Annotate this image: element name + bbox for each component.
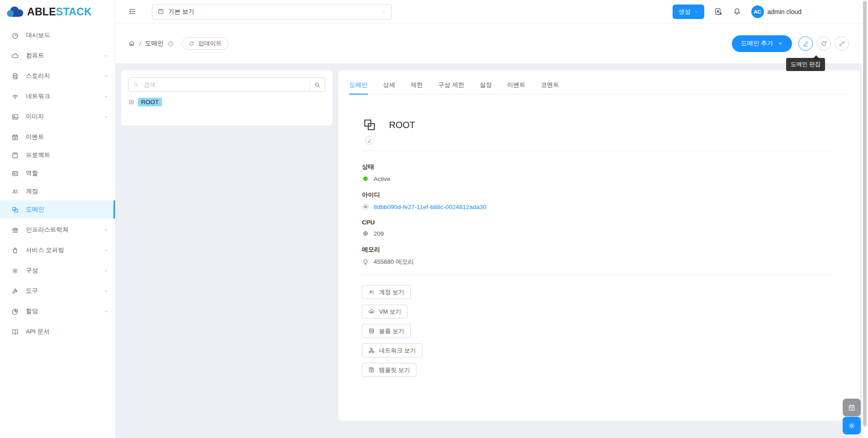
idcard-icon [11, 170, 19, 177]
domain-icon [11, 206, 19, 214]
action-button[interactable]: VM 보기 [362, 305, 408, 319]
user-menu[interactable]: AC admin cloud [751, 5, 802, 18]
edit-pencil-icon [802, 40, 809, 47]
sidebar-item[interactable]: 역할 [0, 164, 115, 182]
help-question-icon[interactable] [167, 40, 174, 47]
refresh-button[interactable] [816, 36, 831, 51]
search-button[interactable] [309, 78, 325, 91]
search-icon [133, 81, 139, 88]
barcode-icon [362, 203, 369, 210]
sidebar-item[interactable]: API 문서 [0, 323, 115, 341]
sidebar-item[interactable]: 인프라스트럭쳐 [0, 221, 115, 239]
chevron-down-icon [104, 228, 109, 233]
chevron-down-icon [104, 94, 109, 99]
sidebar-item[interactable]: 컴퓨트 [0, 47, 115, 65]
sidebar-item[interactable]: 이벤트 [0, 128, 115, 146]
domain-detail-card: 도메인상세제한구성 제한설정이벤트코멘트 ROOT [338, 70, 860, 421]
tab[interactable]: 설정 [479, 77, 492, 94]
edit-name-button[interactable] [365, 136, 374, 145]
wrench-icon [11, 287, 19, 295]
sidebar-item-label: 구성 [26, 267, 97, 275]
project-icon [11, 152, 19, 159]
page-scrollbar[interactable] [862, 0, 868, 438]
sidebar-item-label: 이미지 [26, 113, 97, 121]
chevron-down-icon [381, 9, 386, 14]
chevron-down-icon [104, 114, 109, 119]
header-actions: 생성 AC admin cloud [673, 5, 802, 19]
sidebar-item[interactable]: 구성 [0, 262, 115, 280]
field-value-row: 209 [362, 230, 833, 237]
field-value: 455680 메모리 [374, 258, 414, 266]
tab[interactable]: 도메인 [349, 77, 368, 94]
plus-icon [778, 41, 783, 46]
tree-node-root[interactable]: ROOT [138, 98, 162, 106]
field-value-row: 8dbb090d-fe27-11ef-b88c-0024812ada30 [362, 203, 833, 210]
sidebar-item-label: 도구 [26, 287, 97, 295]
brand-text-stack: STACK [56, 6, 92, 18]
sidebar-item[interactable]: 계정 [0, 182, 115, 200]
bag-icon [11, 247, 19, 254]
brand-logo[interactable]: ABLESTACK [0, 0, 115, 24]
document-add-icon[interactable] [714, 7, 723, 16]
sidebar-item-label: 대시보드 [26, 31, 97, 39]
action-button[interactable]: 계정 보기 [362, 285, 411, 299]
sidebar-item-label: 도메인 [26, 205, 97, 214]
detail-field: 아이디 8dbb090d-fe27-11ef-b88c-0024812ada30 [362, 191, 833, 210]
notification-bell-icon[interactable] [733, 7, 741, 16]
action-button[interactable]: 템플릿 보기 [362, 363, 417, 377]
action-button[interactable]: 볼륨 보기 [362, 324, 411, 338]
detail-body: ROOT 상태 Active 아이디 [349, 95, 849, 382]
action-button-label: 볼륨 보기 [379, 327, 404, 335]
sidebar-item[interactable]: 서비스 오퍼링 [0, 241, 115, 259]
image-icon [11, 113, 19, 121]
settings-button[interactable] [843, 417, 861, 434]
tab[interactable]: 제한 [411, 77, 423, 94]
tree-expand-icon[interactable] [128, 99, 134, 105]
link-button[interactable] [835, 36, 849, 51]
bulb-icon [362, 258, 369, 266]
sidebar-item-label: 계정 [26, 187, 97, 195]
sidebar-item[interactable]: 이미지 [0, 108, 115, 126]
sidebar-item-label: 스토리지 [26, 72, 97, 80]
detail-actions: 계정 보기 VM 보기 볼륨 보기 네트워크 보기 [362, 285, 833, 382]
field-value: 8dbb090d-fe27-11ef-b88c-0024812ada30 [374, 204, 486, 210]
tab[interactable]: 이벤트 [507, 77, 526, 94]
sidebar-item-label: 컴퓨트 [26, 52, 97, 60]
book-icon [11, 328, 19, 336]
menu-fold-icon[interactable] [128, 7, 137, 16]
cpu-icon [362, 230, 369, 237]
add-domain-label: 도메인 추가 [741, 39, 773, 48]
breadcrumb-section: 도메인 [145, 39, 164, 48]
field-label: CPU [362, 219, 833, 226]
sidebar-item[interactable]: 프로젝트 [0, 146, 115, 164]
team-icon [368, 289, 375, 295]
tab[interactable]: 코멘트 [541, 77, 560, 94]
tab[interactable]: 상세 [383, 77, 395, 94]
chevron-down-icon [694, 10, 698, 14]
pie-icon [11, 308, 19, 315]
sidebar-item[interactable]: 네트워크 [0, 87, 115, 105]
tab[interactable]: 구성 제한 [438, 77, 465, 94]
action-button[interactable]: 네트워크 보기 [362, 343, 422, 357]
link-icon [839, 40, 845, 47]
view-select[interactable]: 기본 보기 [152, 4, 392, 19]
scrollbar-thumb[interactable] [863, 1, 867, 426]
update-button[interactable]: 업데이트 [182, 37, 228, 50]
sidebar-item[interactable]: 할당 [0, 302, 115, 320]
add-domain-button[interactable]: 도메인 추가 [732, 35, 792, 52]
sidebar-item[interactable]: 도메인 [0, 200, 115, 219]
sidebar-item-label: 서비스 오퍼링 [26, 246, 97, 254]
breadcrumb: / 도메인 업데이트 [128, 37, 228, 50]
sidebar-item[interactable]: 대시보드 [0, 26, 115, 44]
sidebar-item[interactable]: 스토리지 [0, 67, 115, 85]
detail-tabs: 도메인상세제한구성 제한설정이벤트코멘트 [349, 70, 849, 95]
view-select-value: 기본 보기 [168, 8, 194, 16]
page-toolbar: 도메인 추가 도메인 편집 [732, 35, 849, 52]
create-button[interactable]: 생성 [673, 5, 704, 19]
home-icon[interactable] [128, 40, 135, 47]
event-log-button[interactable] [843, 399, 861, 416]
search-input[interactable] [142, 81, 309, 89]
sidebar-item[interactable]: 도구 [0, 282, 115, 300]
brand-cloud-icon [5, 5, 26, 19]
edit-domain-button[interactable] [798, 36, 813, 51]
